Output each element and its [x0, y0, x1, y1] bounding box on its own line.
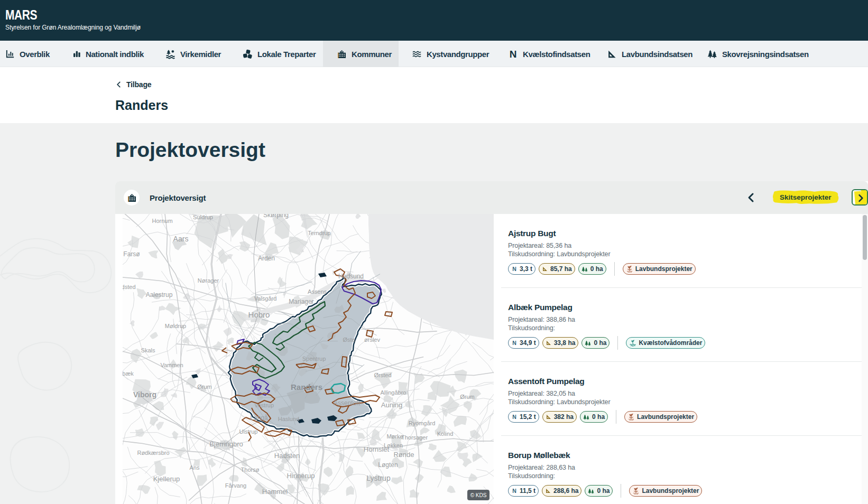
svg-text:Ans: Ans — [190, 464, 200, 471]
svg-text:Skals: Skals — [141, 347, 155, 353]
svg-text:Lystrup: Lystrup — [366, 474, 391, 482]
svg-text:Hadsten: Hadsten — [274, 452, 300, 460]
svg-text:Øste: Øste — [343, 337, 355, 343]
svg-text:Hammel: Hammel — [262, 488, 288, 496]
svg-text:Thorsager: Thorsager — [401, 434, 428, 441]
svg-text:Løgten: Løgten — [378, 461, 398, 469]
svg-text:Ørum: Ørum — [460, 394, 475, 400]
svg-text:Assens: Assens — [308, 288, 327, 295]
svg-text:Hobro: Hobro — [248, 310, 270, 319]
svg-text:Farsø: Farsø — [123, 250, 140, 258]
svg-text:Møldrup: Møldrup — [165, 323, 186, 329]
svg-text:Løkken: Løkken — [384, 442, 403, 449]
svg-text:ørslev: ørslev — [364, 337, 380, 343]
svg-text:vnstrup: vnstrup — [255, 402, 274, 408]
svg-text:N: N — [512, 266, 516, 272]
svg-text:© KDS: © KDS — [470, 492, 487, 498]
svg-text:Aars: Aars — [173, 235, 189, 243]
svg-text:Nørager: Nørager — [198, 277, 219, 284]
svg-text:Langå: Langå — [250, 414, 268, 422]
svg-text:Allingåbro: Allingåbro — [381, 389, 407, 396]
svg-text:Aalestrup: Aalestrup — [146, 291, 173, 298]
svg-text:Suldrup: Suldrup — [193, 214, 213, 220]
svg-text:Rønde: Rønde — [393, 451, 414, 459]
svg-text:Valsgård: Valsgård — [254, 295, 277, 302]
svg-text:N: N — [510, 49, 516, 59]
svg-text:Kjellerup: Kjellerup — [153, 475, 180, 483]
svg-text:Auning: Auning — [381, 401, 402, 409]
svg-text:N: N — [512, 488, 516, 494]
svg-text:Randers: Randers — [291, 382, 322, 391]
svg-text:N: N — [512, 340, 516, 346]
svg-text:Rødkærsbro: Rødkærsbro — [137, 450, 169, 456]
svg-text:Haslund: Haslund — [278, 416, 299, 422]
svg-text:Vammen: Vammen — [160, 362, 183, 368]
svg-text:Hornum: Hornum — [152, 218, 172, 224]
svg-text:Arden: Arden — [258, 255, 275, 262]
svg-text:N: N — [512, 414, 516, 420]
svg-text:Mørke: Mørke — [386, 433, 403, 440]
svg-text:edsted: edsted — [123, 284, 136, 290]
svg-text:Spentrup: Spentrup — [302, 356, 326, 362]
svg-text:Viborg: Viborg — [133, 390, 156, 399]
svg-text:Ørum: Ørum — [197, 384, 212, 390]
svg-text:Kolind: Kolind — [437, 431, 454, 437]
svg-text:Assentoft: Assentoft — [334, 399, 361, 407]
svg-text:Ryomgård: Ryomgård — [409, 420, 436, 426]
svg-text:Skørping: Skørping — [263, 214, 289, 219]
svg-text:Fårvang: Fårvang — [225, 482, 246, 489]
svg-text:Hadsund: Hadsund — [338, 273, 364, 280]
svg-text:Ulstrup: Ulstrup — [239, 428, 258, 435]
svg-text:Terndrup: Terndrup — [308, 230, 330, 236]
svg-text:Hinnerup: Hinnerup — [287, 472, 315, 480]
svg-text:bæk: bæk — [123, 370, 134, 377]
svg-text:Thorsø: Thorsø — [241, 466, 260, 473]
svg-text:Mariager: Mariager — [289, 298, 313, 305]
svg-text:Ørsted: Ørsted — [374, 372, 391, 378]
svg-text:Bjerringbro: Bjerringbro — [209, 440, 243, 448]
